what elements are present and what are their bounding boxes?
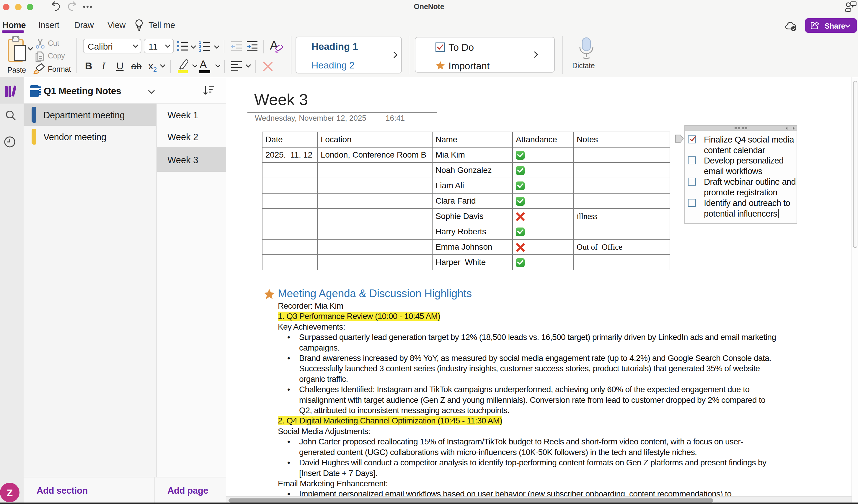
svg-text:2: 2 <box>199 44 201 49</box>
svg-text:3: 3 <box>199 48 201 52</box>
svg-text:1: 1 <box>199 40 201 45</box>
